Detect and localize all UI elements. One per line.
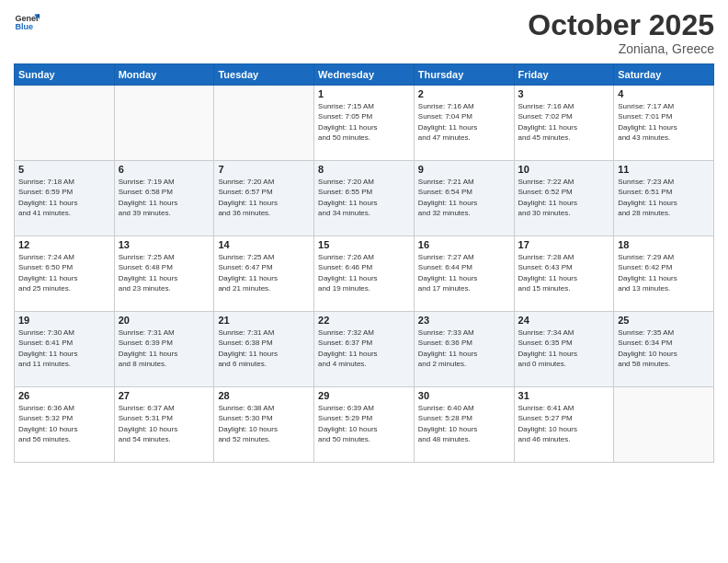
calendar-cell: 8Sunrise: 7:20 AM Sunset: 6:55 PM Daylig… — [314, 161, 415, 236]
day-number: 15 — [318, 239, 410, 250]
day-info: Sunrise: 7:30 AM Sunset: 6:41 PM Dayligh… — [18, 327, 110, 369]
day-info: Sunrise: 7:23 AM Sunset: 6:51 PM Dayligh… — [618, 177, 710, 218]
weekday-header-friday: Friday — [514, 64, 614, 86]
calendar-cell: 19Sunrise: 7:30 AM Sunset: 6:41 PM Dayli… — [15, 312, 115, 387]
calendar-cell — [15, 86, 115, 161]
day-info: Sunrise: 6:40 AM Sunset: 5:28 PM Dayligh… — [418, 403, 510, 444]
month-title: October 2025 — [528, 9, 714, 41]
calendar-cell: 27Sunrise: 6:37 AM Sunset: 5:31 PM Dayli… — [114, 387, 214, 463]
day-number: 19 — [18, 315, 110, 326]
day-number: 14 — [218, 239, 310, 250]
day-info: Sunrise: 7:22 AM Sunset: 6:52 PM Dayligh… — [518, 177, 610, 218]
calendar-cell — [114, 86, 214, 161]
day-number: 25 — [618, 315, 710, 326]
weekday-header-tuesday: Tuesday — [214, 64, 314, 86]
day-info: Sunrise: 6:41 AM Sunset: 5:27 PM Dayligh… — [518, 403, 610, 444]
title-area: October 2025 Zoniana, Greece — [528, 9, 714, 56]
calendar-cell: 23Sunrise: 7:33 AM Sunset: 6:36 PM Dayli… — [414, 312, 514, 387]
day-number: 1 — [318, 88, 410, 99]
day-info: Sunrise: 7:15 AM Sunset: 7:05 PM Dayligh… — [318, 101, 410, 143]
calendar-cell: 31Sunrise: 6:41 AM Sunset: 5:27 PM Dayli… — [514, 387, 614, 463]
day-number: 13 — [119, 239, 210, 250]
calendar-cell: 18Sunrise: 7:29 AM Sunset: 6:42 PM Dayli… — [614, 236, 714, 312]
day-info: Sunrise: 7:31 AM Sunset: 6:38 PM Dayligh… — [218, 327, 310, 369]
day-info: Sunrise: 7:24 AM Sunset: 6:50 PM Dayligh… — [18, 252, 110, 293]
calendar-cell — [214, 86, 314, 161]
day-number: 2 — [418, 88, 510, 99]
weekday-header-sunday: Sunday — [15, 64, 115, 86]
day-number: 17 — [518, 239, 610, 250]
day-number: 9 — [418, 164, 510, 175]
day-number: 29 — [318, 390, 410, 401]
day-info: Sunrise: 7:20 AM Sunset: 6:57 PM Dayligh… — [218, 177, 310, 218]
calendar-cell: 10Sunrise: 7:22 AM Sunset: 6:52 PM Dayli… — [514, 161, 614, 236]
calendar-cell: 5Sunrise: 7:18 AM Sunset: 6:59 PM Daylig… — [15, 161, 115, 236]
day-number: 12 — [18, 239, 110, 250]
calendar-cell: 9Sunrise: 7:21 AM Sunset: 6:54 PM Daylig… — [414, 161, 514, 236]
day-info: Sunrise: 7:34 AM Sunset: 6:35 PM Dayligh… — [518, 327, 610, 369]
calendar-cell: 2Sunrise: 7:16 AM Sunset: 7:04 PM Daylig… — [414, 86, 514, 161]
weekday-header-thursday: Thursday — [414, 64, 514, 86]
day-number: 21 — [218, 315, 310, 326]
day-number: 31 — [518, 390, 610, 401]
day-info: Sunrise: 7:16 AM Sunset: 7:04 PM Dayligh… — [418, 101, 510, 143]
calendar-cell: 26Sunrise: 6:36 AM Sunset: 5:32 PM Dayli… — [15, 387, 115, 463]
svg-text:Blue: Blue — [15, 22, 33, 31]
calendar-cell: 21Sunrise: 7:31 AM Sunset: 6:38 PM Dayli… — [214, 312, 314, 387]
calendar-cell — [614, 387, 714, 463]
day-number: 8 — [318, 164, 410, 175]
calendar-cell: 11Sunrise: 7:23 AM Sunset: 6:51 PM Dayli… — [614, 161, 714, 236]
day-info: Sunrise: 7:25 AM Sunset: 6:48 PM Dayligh… — [119, 252, 210, 293]
calendar-cell: 24Sunrise: 7:34 AM Sunset: 6:35 PM Dayli… — [514, 312, 614, 387]
day-number: 28 — [218, 390, 310, 401]
day-info: Sunrise: 7:16 AM Sunset: 7:02 PM Dayligh… — [518, 101, 610, 143]
day-number: 6 — [119, 164, 210, 175]
day-info: Sunrise: 7:31 AM Sunset: 6:39 PM Dayligh… — [119, 327, 210, 369]
calendar-cell: 4Sunrise: 7:17 AM Sunset: 7:01 PM Daylig… — [614, 86, 714, 161]
calendar-cell: 17Sunrise: 7:28 AM Sunset: 6:43 PM Dayli… — [514, 236, 614, 312]
calendar-cell: 3Sunrise: 7:16 AM Sunset: 7:02 PM Daylig… — [514, 86, 614, 161]
day-info: Sunrise: 7:19 AM Sunset: 6:58 PM Dayligh… — [119, 177, 210, 218]
calendar-cell: 30Sunrise: 6:40 AM Sunset: 5:28 PM Dayli… — [414, 387, 514, 463]
day-number: 16 — [418, 239, 510, 250]
header: General Blue October 2025 Zoniana, Greec… — [14, 9, 714, 56]
calendar-cell: 7Sunrise: 7:20 AM Sunset: 6:57 PM Daylig… — [214, 161, 314, 236]
calendar-cell: 16Sunrise: 7:27 AM Sunset: 6:44 PM Dayli… — [414, 236, 514, 312]
calendar-cell: 13Sunrise: 7:25 AM Sunset: 6:48 PM Dayli… — [114, 236, 214, 312]
logo-icon: General Blue — [14, 9, 40, 35]
day-number: 11 — [618, 164, 710, 175]
week-row-5: 26Sunrise: 6:36 AM Sunset: 5:32 PM Dayli… — [15, 387, 714, 463]
week-row-3: 12Sunrise: 7:24 AM Sunset: 6:50 PM Dayli… — [15, 236, 714, 312]
day-number: 20 — [119, 315, 210, 326]
day-number: 22 — [318, 315, 410, 326]
location-subtitle: Zoniana, Greece — [528, 41, 714, 56]
day-info: Sunrise: 7:25 AM Sunset: 6:47 PM Dayligh… — [218, 252, 310, 293]
day-info: Sunrise: 7:29 AM Sunset: 6:42 PM Dayligh… — [618, 252, 710, 293]
calendar-cell: 12Sunrise: 7:24 AM Sunset: 6:50 PM Dayli… — [15, 236, 115, 312]
day-number: 5 — [18, 164, 110, 175]
calendar-cell: 15Sunrise: 7:26 AM Sunset: 6:46 PM Dayli… — [314, 236, 415, 312]
calendar-cell: 1Sunrise: 7:15 AM Sunset: 7:05 PM Daylig… — [314, 86, 415, 161]
day-number: 3 — [518, 88, 610, 99]
week-row-2: 5Sunrise: 7:18 AM Sunset: 6:59 PM Daylig… — [15, 161, 714, 236]
day-info: Sunrise: 7:33 AM Sunset: 6:36 PM Dayligh… — [418, 327, 510, 369]
week-row-4: 19Sunrise: 7:30 AM Sunset: 6:41 PM Dayli… — [15, 312, 714, 387]
calendar: SundayMondayTuesdayWednesdayThursdayFrid… — [14, 63, 714, 463]
logo: General Blue — [14, 9, 40, 35]
day-info: Sunrise: 6:39 AM Sunset: 5:29 PM Dayligh… — [318, 403, 410, 444]
weekday-header-row: SundayMondayTuesdayWednesdayThursdayFrid… — [15, 64, 714, 86]
day-info: Sunrise: 7:17 AM Sunset: 7:01 PM Dayligh… — [618, 101, 710, 143]
day-info: Sunrise: 7:26 AM Sunset: 6:46 PM Dayligh… — [318, 252, 410, 293]
weekday-header-saturday: Saturday — [614, 64, 714, 86]
day-info: Sunrise: 6:36 AM Sunset: 5:32 PM Dayligh… — [18, 403, 110, 444]
page: General Blue October 2025 Zoniana, Greec… — [0, 0, 728, 563]
day-info: Sunrise: 7:27 AM Sunset: 6:44 PM Dayligh… — [418, 252, 510, 293]
day-info: Sunrise: 7:28 AM Sunset: 6:43 PM Dayligh… — [518, 252, 610, 293]
day-number: 30 — [418, 390, 510, 401]
day-number: 10 — [518, 164, 610, 175]
day-info: Sunrise: 7:18 AM Sunset: 6:59 PM Dayligh… — [18, 177, 110, 218]
calendar-cell: 22Sunrise: 7:32 AM Sunset: 6:37 PM Dayli… — [314, 312, 415, 387]
week-row-1: 1Sunrise: 7:15 AM Sunset: 7:05 PM Daylig… — [15, 86, 714, 161]
day-number: 26 — [18, 390, 110, 401]
day-number: 23 — [418, 315, 510, 326]
